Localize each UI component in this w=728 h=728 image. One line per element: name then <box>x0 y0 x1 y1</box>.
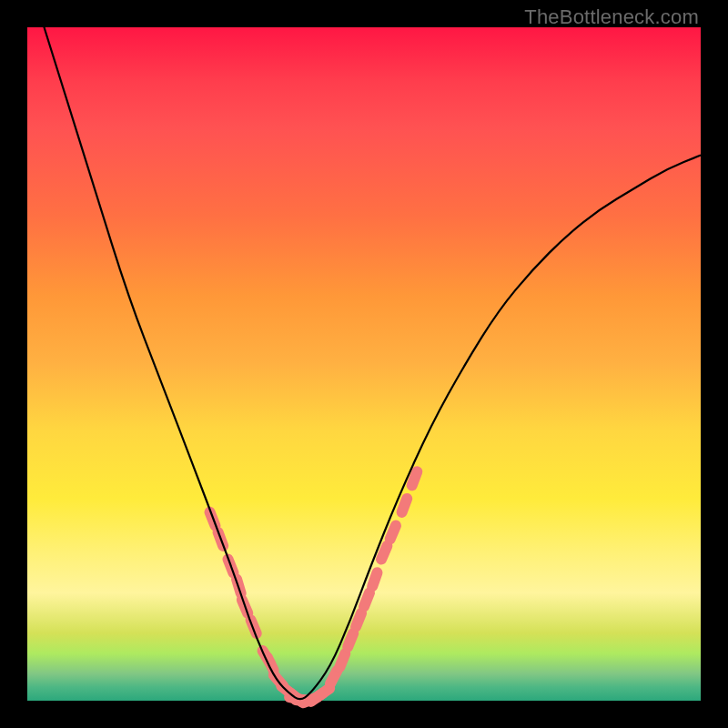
watermark-text: TheBottleneck.com <box>524 5 699 29</box>
gradient-plot-area <box>27 27 701 701</box>
